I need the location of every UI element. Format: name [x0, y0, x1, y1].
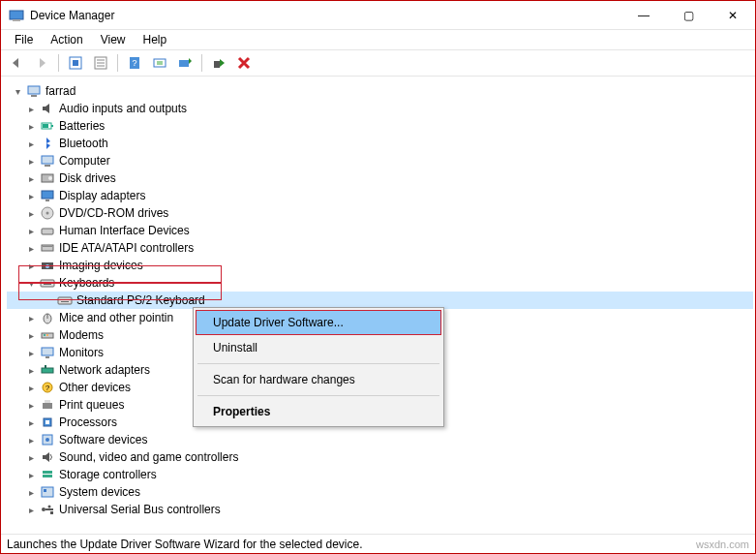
tree-category-bluetooth[interactable]: ▸Bluetooth — [7, 135, 753, 152]
ctx-scan[interactable]: Scan for hardware changes — [196, 367, 441, 392]
svg-rect-61 — [42, 487, 53, 497]
expand-icon[interactable]: ▸ — [24, 243, 38, 254]
update-driver-icon[interactable] — [173, 51, 197, 75]
device-icon — [40, 502, 55, 517]
tree-category-display-adapters[interactable]: ▸Display adapters — [7, 187, 753, 204]
properties-icon[interactable] — [89, 51, 112, 75]
tree-category-ide-ata-atapi-controllers[interactable]: ▸IDE ATA/ATAPI controllers — [7, 239, 753, 257]
category-label: Universal Serial Bus controllers — [59, 503, 221, 516]
expand-icon[interactable]: ▸ — [24, 191, 38, 201]
svg-rect-27 — [42, 229, 53, 234]
ctx-uninstall[interactable]: Uninstall — [196, 335, 441, 360]
collapse-icon[interactable]: ▾ — [11, 86, 24, 97]
show-hidden-icon[interactable] — [64, 51, 87, 75]
tree-category-software-devices[interactable]: ▸Software devices — [7, 431, 753, 448]
expand-icon[interactable]: ▸ — [24, 435, 38, 446]
expand-icon[interactable]: ▸ — [24, 400, 38, 411]
menu-help[interactable]: Help — [136, 31, 175, 48]
expand-icon[interactable]: ▸ — [24, 156, 38, 167]
expand-icon[interactable]: ▸ — [24, 261, 38, 271]
maximize-button[interactable]: ▢ — [666, 1, 711, 30]
help-icon[interactable]: ? — [123, 51, 146, 75]
tree-category-batteries[interactable]: ▸Batteries — [7, 117, 753, 135]
device-tree[interactable]: ▾ farrad ▸Audio inputs and outputs▸Batte… — [3, 78, 753, 532]
expand-icon[interactable]: ▸ — [24, 138, 38, 149]
expand-icon[interactable]: ▸ — [24, 365, 38, 376]
device-icon — [40, 118, 55, 134]
category-label: Mice and other pointin — [59, 311, 173, 324]
device-icon — [40, 205, 55, 221]
ctx-properties[interactable]: Properties — [196, 399, 441, 424]
device-icon — [40, 484, 55, 500]
expand-icon[interactable]: ▸ — [24, 121, 38, 132]
svg-rect-13 — [214, 61, 220, 68]
svg-rect-54 — [45, 400, 50, 403]
expand-icon[interactable]: ▸ — [24, 348, 38, 358]
expand-icon[interactable]: ▸ — [24, 173, 38, 184]
menu-view[interactable]: View — [93, 31, 134, 48]
expand-icon[interactable]: ▸ — [24, 417, 38, 428]
tree-category-universal-serial-bus-controllers[interactable]: ▸Universal Serial Bus controllers — [7, 501, 753, 518]
tree-category-imaging-devices[interactable]: ▸Imaging devices — [7, 257, 753, 274]
device-icon — [40, 310, 55, 325]
menu-action[interactable]: Action — [43, 31, 90, 48]
svg-rect-39 — [63, 299, 65, 300]
svg-rect-15 — [31, 95, 37, 97]
svg-text:?: ? — [45, 384, 50, 392]
tree-root[interactable]: ▾ farrad — [7, 82, 753, 100]
svg-point-63 — [42, 508, 45, 511]
close-button[interactable]: ✕ — [711, 1, 755, 30]
svg-rect-33 — [43, 282, 45, 283]
expand-icon[interactable]: ▸ — [24, 470, 38, 480]
expand-icon[interactable]: ▸ — [24, 330, 38, 341]
menu-file[interactable]: File — [7, 31, 41, 48]
minimize-button[interactable]: — — [621, 1, 666, 30]
svg-rect-35 — [48, 282, 50, 283]
svg-rect-38 — [60, 299, 62, 300]
tree-category-storage-controllers[interactable]: ▸Storage controllers — [7, 466, 753, 483]
svg-rect-12 — [179, 60, 189, 67]
enable-icon[interactable] — [207, 51, 230, 75]
expand-icon[interactable]: ▾ — [24, 278, 38, 289]
svg-rect-40 — [66, 299, 68, 300]
category-label: System devices — [59, 485, 140, 499]
ctx-separator — [197, 395, 439, 396]
svg-point-58 — [45, 438, 49, 442]
status-text: Launches the Update Driver Software Wiza… — [7, 538, 363, 551]
ctx-update-driver[interactable]: Update Driver Software... — [196, 310, 441, 335]
tree-category-sound-video-and-game-controllers[interactable]: ▸Sound, video and game controllers — [7, 448, 753, 466]
svg-point-31 — [45, 264, 49, 268]
tree-category-computer[interactable]: ▸Computer — [7, 152, 753, 169]
expand-icon[interactable]: ▸ — [24, 383, 38, 393]
device-icon — [40, 153, 55, 169]
tree-category-dvd-cd-rom-drives[interactable]: ▸DVD/CD-ROM drives — [7, 204, 753, 222]
device-icon — [40, 397, 55, 413]
tree-category-audio-inputs-and-outputs[interactable]: ▸Audio inputs and outputs — [7, 100, 753, 117]
device-icon — [40, 223, 55, 238]
tree-category-system-devices[interactable]: ▸System devices — [7, 483, 753, 501]
uninstall-icon[interactable] — [232, 51, 256, 75]
toolbar: ? — [1, 49, 755, 77]
app-icon — [9, 8, 24, 23]
category-label: Computer — [59, 154, 110, 168]
computer-icon — [26, 83, 42, 99]
back-button[interactable] — [5, 51, 28, 75]
svg-rect-56 — [45, 420, 49, 424]
svg-point-46 — [46, 334, 48, 336]
svg-rect-53 — [43, 403, 52, 409]
tree-category-disk-drives[interactable]: ▸Disk drives — [7, 169, 753, 187]
tree-category-human-interface-devices[interactable]: ▸Human Interface Devices — [7, 222, 753, 239]
expand-icon[interactable]: ▸ — [24, 313, 38, 323]
tree-category-keyboards[interactable]: ▾Keyboards — [7, 274, 753, 292]
category-label: Disk drives — [59, 171, 116, 185]
scan-icon[interactable] — [148, 51, 171, 75]
svg-rect-60 — [43, 475, 52, 477]
expand-icon[interactable]: ▸ — [24, 452, 38, 463]
forward-button[interactable] — [30, 51, 53, 75]
expand-icon[interactable]: ▸ — [24, 208, 38, 219]
expand-icon[interactable]: ▸ — [24, 226, 38, 236]
status-bar: Launches the Update Driver Software Wiza… — [1, 534, 755, 553]
expand-icon[interactable]: ▸ — [24, 487, 38, 498]
expand-icon[interactable]: ▸ — [24, 104, 38, 114]
expand-icon[interactable]: ▸ — [24, 505, 38, 515]
